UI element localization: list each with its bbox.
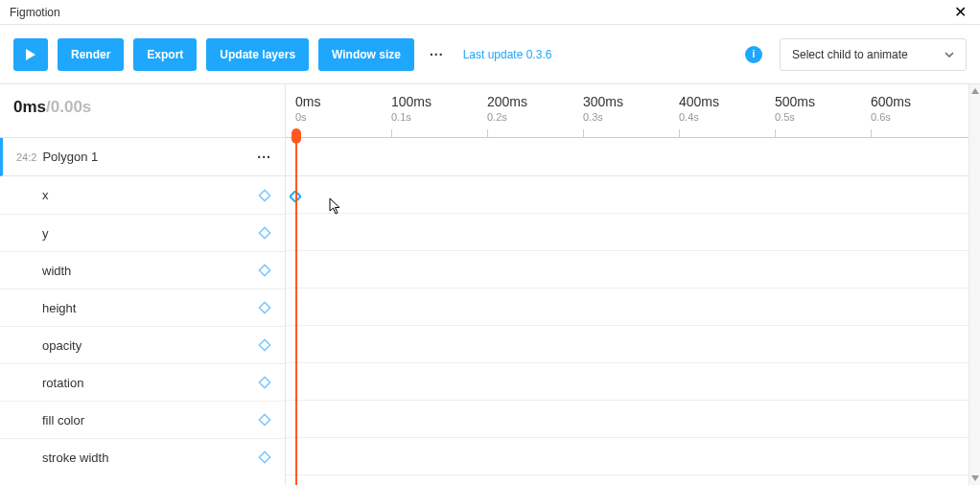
property-row[interactable]: fill color (0, 401, 285, 438)
layer-id: 24:2 (16, 151, 36, 163)
svg-rect-7 (259, 451, 269, 462)
property-row[interactable]: width (0, 251, 285, 289)
add-keyframe-button[interactable] (258, 264, 271, 277)
property-name: rotation (42, 376, 258, 390)
time-ms: 0ms (13, 98, 46, 117)
time-display: 0ms / 0.00s (0, 84, 285, 138)
add-keyframe-button[interactable] (258, 226, 271, 240)
ruler-tick: 400ms0.4s (679, 94, 719, 123)
more-menu-icon[interactable]: ··· (424, 47, 450, 62)
tick-s: 0.4s (679, 111, 719, 123)
add-keyframe-button[interactable] (258, 301, 271, 314)
playhead-grip[interactable] (292, 128, 301, 144)
svg-rect-4 (259, 339, 269, 350)
property-row[interactable]: stroke width (0, 438, 285, 475)
add-keyframe-button[interactable] (258, 450, 271, 464)
tick-s: 0.6s (871, 111, 911, 123)
tick-ms: 0ms (295, 94, 320, 109)
timeline-area[interactable]: 0ms0s100ms0.1s200ms0.2s300ms0.3s400ms0.4… (286, 84, 980, 485)
scrollbar-down-icon[interactable] (969, 472, 980, 485)
track-row[interactable] (286, 251, 980, 289)
scrollbar[interactable] (968, 84, 980, 485)
track-row[interactable] (286, 438, 980, 475)
ruler-tick: 500ms0.5s (775, 94, 815, 123)
layer-row[interactable]: 24:2 Polygon 1 ··· (0, 138, 285, 176)
svg-rect-1 (259, 227, 269, 238)
ruler-tick: 300ms0.3s (583, 94, 623, 123)
title-bar: Figmotion ✕ (0, 0, 980, 25)
track-row[interactable] (286, 214, 980, 251)
scrollbar-up-icon[interactable] (969, 84, 980, 98)
property-row[interactable]: y (0, 214, 285, 251)
update-layers-button[interactable]: Update layers (206, 38, 309, 71)
track-row[interactable] (286, 176, 980, 214)
property-name: stroke width (42, 450, 258, 465)
tracks (286, 138, 980, 475)
track-row[interactable] (286, 363, 980, 401)
tick-ms: 100ms (391, 94, 432, 109)
svg-rect-3 (259, 302, 269, 312)
tick-s: 0s (295, 111, 320, 123)
property-name: x (42, 188, 258, 202)
playhead-line (295, 138, 297, 485)
time-s: 0.00s (51, 98, 92, 117)
property-list: xywidthheightopacityrotationfill colorst… (0, 176, 285, 475)
tick-ms: 300ms (583, 94, 623, 109)
toolbar: Render Export Update layers Window size … (0, 25, 980, 84)
tick-s: 0.1s (391, 111, 432, 123)
ruler-tick: 0ms0s (295, 94, 320, 123)
property-row[interactable]: rotation (0, 363, 285, 401)
track-header-row (286, 138, 980, 176)
cursor-icon (329, 197, 342, 219)
property-name: width (42, 264, 258, 278)
tick-ms: 500ms (775, 94, 815, 109)
add-keyframe-button[interactable] (258, 189, 271, 202)
app-title: Figmotion (10, 6, 60, 19)
play-button[interactable] (13, 38, 48, 71)
render-button[interactable]: Render (58, 38, 124, 71)
property-name: height (42, 301, 258, 315)
tick-s: 0.3s (583, 111, 623, 123)
property-row[interactable]: x (0, 176, 285, 214)
tick-s: 0.2s (487, 111, 527, 123)
add-keyframe-button[interactable] (258, 338, 271, 352)
svg-rect-2 (259, 265, 269, 275)
property-name: fill color (42, 413, 258, 427)
child-select-label: Select child to animate (792, 48, 908, 61)
layer-name: Polygon 1 (42, 150, 257, 164)
left-column: 0ms / 0.00s 24:2 Polygon 1 ··· xywidthhe… (0, 84, 286, 485)
svg-rect-0 (259, 190, 269, 200)
ruler-tick: 200ms0.2s (487, 94, 527, 123)
window-size-button[interactable]: Window size (318, 38, 414, 71)
main-area: 0ms / 0.00s 24:2 Polygon 1 ··· xywidthhe… (0, 84, 980, 485)
last-update-link[interactable]: Last update 0.3.6 (463, 48, 552, 61)
property-name: y (42, 226, 258, 241)
track-row[interactable] (286, 401, 980, 438)
play-icon (26, 49, 35, 60)
svg-rect-5 (259, 377, 269, 387)
chevron-down-icon (945, 52, 954, 58)
ruler-tick: 100ms0.1s (391, 94, 432, 123)
track-row[interactable] (286, 326, 980, 363)
ruler-tick: 600ms0.6s (871, 94, 911, 123)
tick-ms: 600ms (871, 94, 911, 109)
add-keyframe-button[interactable] (258, 413, 271, 427)
export-button[interactable]: Export (133, 38, 197, 71)
child-select-dropdown[interactable]: Select child to animate (780, 38, 967, 71)
time-ruler[interactable]: 0ms0s100ms0.1s200ms0.2s300ms0.3s400ms0.4… (286, 84, 980, 138)
svg-rect-6 (259, 414, 269, 425)
property-row[interactable]: opacity (0, 326, 285, 363)
track-row[interactable] (286, 289, 980, 326)
close-icon[interactable]: ✕ (950, 5, 970, 20)
property-name: opacity (42, 338, 258, 353)
info-icon[interactable]: i (745, 46, 762, 63)
tick-ms: 400ms (679, 94, 719, 109)
property-row[interactable]: height (0, 289, 285, 326)
tick-s: 0.5s (775, 111, 815, 123)
tick-ms: 200ms (487, 94, 527, 109)
add-keyframe-button[interactable] (258, 376, 271, 389)
layer-more-icon[interactable]: ··· (257, 150, 271, 165)
